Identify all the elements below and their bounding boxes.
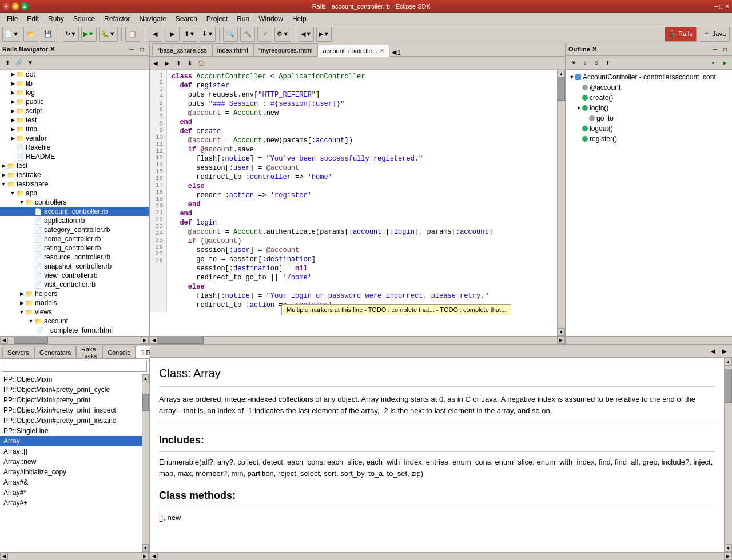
ol-hide-btn[interactable]: 👁 — [568, 58, 579, 68]
outline-hscrollbar[interactable] — [566, 336, 732, 344]
menu-source[interactable]: Source — [69, 14, 100, 24]
tree-toggle[interactable]: ▼ — [0, 181, 7, 187]
maximize-button[interactable]: ▲ — [21, 2, 29, 10]
ri-item-array-amp[interactable]: Array#& — [0, 477, 142, 487]
forward-btn[interactable]: ▶ — [161, 57, 173, 69]
ol-at-account[interactable]: ▼ @account — [568, 82, 730, 93]
tab-index-rhtml[interactable]: index.rhtml — [212, 43, 253, 56]
tree-account-controller[interactable]: ▶ 📄 account_controller.rb — [0, 207, 149, 216]
hscroll-thumb[interactable] — [158, 337, 204, 344]
copy-btn[interactable]: 📋 — [125, 27, 140, 42]
debug-btn[interactable]: 🐛▼ — [99, 27, 118, 42]
ol-green2[interactable]: ▶ — [719, 58, 730, 68]
tree-testxshare[interactable]: ▼ 📁 testxshare — [0, 179, 149, 189]
nav-btn2[interactable]: ⬇▼ — [200, 27, 216, 42]
menu-file[interactable]: File — [2, 14, 22, 24]
vscroll-thumb[interactable] — [558, 78, 565, 101]
home-btn[interactable]: 🏠 — [196, 57, 207, 69]
tree-application[interactable]: ▶ 📄 application.rb — [0, 216, 149, 225]
menu-help[interactable]: Help — [288, 14, 311, 24]
ri-search-input[interactable] — [2, 361, 147, 372]
menu-window[interactable]: Window — [254, 14, 288, 24]
menu-ruby[interactable]: Ruby — [43, 14, 69, 24]
filter-btn[interactable]: ▼ — [25, 58, 35, 68]
tree-lib[interactable]: ▶ 📁 lib — [0, 79, 149, 88]
ri-vscroll-thumb[interactable] — [142, 394, 149, 411]
ol-filter-btn[interactable]: ⊕ — [591, 58, 602, 68]
tree-rakefile[interactable]: ▶ 📄 Rakefile — [0, 143, 149, 152]
ri-item-pp-cycle[interactable]: PP::ObjectMixin#pretty_print_cycle — [0, 385, 142, 395]
vscroll-down[interactable]: ▼ — [558, 328, 565, 336]
tree-rating-controller[interactable]: ▶ 📄 rating_controller.rb — [0, 243, 149, 253]
back-btn[interactable]: ◀ — [148, 27, 162, 42]
tree-readme[interactable]: ▶ 📄 README — [0, 152, 149, 161]
ri-hscroll-right[interactable]: ▶ — [141, 553, 149, 560]
tree-resource-controller[interactable]: ▶ 📄 resource_controller.rb — [0, 253, 149, 262]
ol-go-to[interactable]: ▼ go_to — [568, 113, 730, 123]
tree-dot[interactable]: ▶ 📁 dot — [0, 70, 149, 79]
ri-item-pp-objectmixin[interactable]: PP::ObjectMixin — [0, 374, 142, 385]
build-btn[interactable]: 🔨 — [240, 27, 255, 42]
tree-toggle[interactable]: ▶ — [9, 108, 16, 114]
ri-item-array-plus[interactable]: Array#+ — [0, 498, 142, 508]
close-button[interactable]: ● — [2, 2, 10, 10]
open-btn[interactable]: 📂 — [23, 27, 38, 42]
ri-item-pp-instance[interactable]: PP::ObjectMixin#pretty_print_instanc — [0, 415, 142, 426]
tree-tmp[interactable]: ▶ 📁 tmp — [0, 125, 149, 134]
run-btn[interactable]: ▶▼ — [81, 27, 97, 42]
nav-maximize[interactable]: □ — [137, 45, 146, 54]
menu-navigate[interactable]: Navigate — [134, 14, 170, 24]
doc-back[interactable]: ◀ — [708, 346, 718, 357]
tree-toggle[interactable]: ▶ — [9, 71, 16, 77]
nav-btn[interactable]: ⬆▼ — [182, 27, 198, 42]
ri-doc-vscroll-down[interactable]: ▼ — [725, 544, 732, 552]
tree-test[interactable]: ▶ 📁 test — [0, 115, 149, 125]
save-btn[interactable]: 💾 — [41, 27, 55, 42]
ol-account-controller[interactable]: ▼ AccountController - controllersaccount… — [568, 72, 730, 82]
tree-views[interactable]: ▼ 📁 views — [0, 307, 149, 317]
tree-toggle[interactable]: ▼ — [27, 318, 34, 324]
ol-maximize[interactable]: □ — [721, 45, 730, 54]
tree-script[interactable]: ▶ 📁 script — [0, 106, 149, 115]
ri-vscroll-down[interactable]: ▼ — [142, 544, 149, 552]
collapse-btn[interactable]: ⬆ — [2, 58, 13, 68]
hscroll-right[interactable]: ▶ — [141, 337, 149, 344]
tree-toggle[interactable]: ▶ — [9, 117, 16, 123]
ri-item-pp-singleline[interactable]: PP::SingleLine — [0, 426, 142, 436]
forward-btn[interactable]: ▶ — [165, 27, 180, 42]
next-btn2[interactable]: ▶▼ — [316, 27, 332, 42]
tree-toggle[interactable]: ▶ — [0, 172, 7, 178]
ri-item-array-star[interactable]: Array#* — [0, 487, 142, 498]
tab-myresources-rhtml[interactable]: *myresources.rhtml — [253, 43, 318, 56]
navigator-hscrollbar[interactable]: ◀ ▶ — [0, 336, 149, 344]
title-bar-right[interactable]: ─ □ ✕ — [714, 3, 730, 10]
tree-toggle[interactable]: ▶ — [18, 291, 25, 297]
tree-toggle[interactable]: ▼ — [18, 309, 25, 315]
navigator-controls[interactable]: ─ □ — [127, 45, 146, 54]
ri-vscroll-up[interactable]: ▲ — [142, 374, 149, 382]
tab-generators[interactable]: Generators — [34, 346, 76, 358]
ri-vscrollbar[interactable]: ▲ ▼ — [142, 374, 149, 552]
tree-controllers[interactable]: ▼ 📁 controllers — [0, 198, 149, 207]
max-btn[interactable]: □ — [719, 3, 723, 10]
ol-logout[interactable]: ▼ logout() — [568, 123, 730, 134]
editor-content[interactable]: 12345 678910 1112131415 1617181920 21222… — [150, 70, 557, 336]
window-buttons[interactable]: ● ■ ▲ — [2, 2, 29, 10]
ri-doc-vscrollbar[interactable]: ▲ ▼ — [724, 358, 732, 552]
tree-vendor[interactable]: ▶ 📁 vendor — [0, 134, 149, 143]
tree-toggle[interactable]: ▶ — [0, 163, 7, 169]
tree-app[interactable]: ▼ 📁 app — [0, 189, 149, 198]
menu-edit[interactable]: Edit — [22, 14, 43, 24]
tree-log[interactable]: ▶ 📁 log — [0, 88, 149, 97]
hscroll-left[interactable]: ◀ — [0, 337, 8, 344]
refresh-btn[interactable]: ↻▼ — [63, 27, 79, 42]
prev-btn2[interactable]: ◀▼ — [299, 27, 314, 42]
tree-public[interactable]: ▶ 📁 public — [0, 97, 149, 106]
tree-toggle[interactable]: ▶ — [9, 135, 16, 141]
tree-account[interactable]: ▼ 📁 account — [0, 317, 149, 326]
search-btn[interactable]: 🔍 — [223, 27, 238, 42]
outline-controls[interactable]: ─ □ — [710, 45, 730, 54]
menu-run[interactable]: Run — [232, 14, 254, 24]
tab-rake-tasks[interactable]: Rake Tasks — [76, 346, 102, 358]
ri-item-array-brackets[interactable]: Array::[] — [0, 446, 142, 457]
